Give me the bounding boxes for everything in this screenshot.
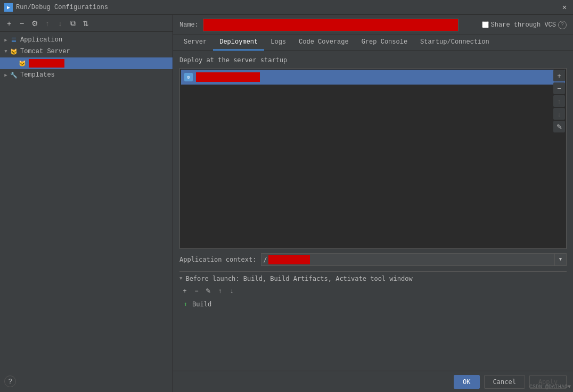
deploy-remove-button[interactable]: −	[553, 82, 565, 94]
share-area: Share through VCS ?	[482, 21, 567, 29]
left-panel: + − ⚙ ↑ ↓ ⧉ ⇅ ▶ ☰ Application ▼ 🐱 Tomcat…	[0, 15, 173, 392]
app-context-dropdown[interactable]: ▼	[555, 253, 567, 266]
remove-config-button[interactable]: −	[16, 18, 28, 29]
tomcat-server-icon: 🐱	[10, 47, 18, 56]
name-input[interactable]	[203, 19, 459, 31]
share-help-icon[interactable]: ?	[558, 21, 567, 29]
up-config-button: ↑	[42, 18, 53, 29]
context-slash: /	[264, 256, 267, 263]
window-icon: ▶	[4, 3, 13, 12]
deploy-up-button: ↑	[553, 95, 565, 107]
tree-item-templates[interactable]: ▶ 🔧 Templates	[0, 69, 173, 81]
cancel-button[interactable]: Cancel	[484, 375, 525, 389]
tree-label-tomcat-server: Tomcat Server	[20, 48, 70, 55]
deploy-list: ⚙ + − ↑ ↓ ✎	[179, 68, 567, 249]
share-checkbox[interactable]	[482, 21, 489, 28]
deploy-at-startup-label: Deploy at the server startup	[179, 56, 567, 64]
tomcat-item-icon: 🐱	[18, 59, 27, 68]
app-context-label: Application context:	[179, 256, 257, 263]
deploy-item-icon: ⚙	[184, 73, 193, 81]
copy-config-button[interactable]: ⧉	[67, 18, 79, 29]
deployment-content: Deploy at the server startup ⚙ + − ↑ ↓ ✎	[173, 51, 573, 371]
tree-item-application[interactable]: ▶ ☰ Application	[0, 34, 173, 46]
build-label: Build	[192, 301, 211, 308]
left-toolbar: + − ⚙ ↑ ↓ ⧉ ⇅	[0, 15, 173, 32]
add-config-button[interactable]: +	[3, 18, 15, 29]
tree-label-selected	[29, 59, 64, 68]
bl-add-button[interactable]: +	[179, 286, 190, 296]
right-panel: Name: Share through VCS ? Server Deploym…	[173, 15, 573, 392]
deploy-down-button: ↓	[553, 108, 565, 120]
app-context-row: Application context: / ▼	[179, 249, 567, 269]
before-launch-title: Before launch: Build, Build Artifacts, A…	[185, 275, 412, 282]
watermark: CSDN @DAIHAO▼	[529, 384, 571, 390]
tree-label-application: Application	[20, 36, 62, 44]
templates-icon: 🔧	[10, 71, 18, 79]
title-bar: ▶ Run/Debug Configurations ✕	[0, 0, 573, 15]
share-label: Share through VCS	[491, 21, 556, 29]
tree-label-templates: Templates	[20, 71, 55, 79]
tab-logs[interactable]: Logs	[264, 35, 292, 51]
bl-down-button[interactable]: ↓	[226, 286, 237, 296]
tree-arrow-templates: ▶	[2, 72, 10, 78]
close-button[interactable]: ✕	[560, 3, 569, 12]
deploy-add-button[interactable]: +	[553, 70, 565, 81]
deploy-item-rest	[263, 70, 562, 85]
before-launch-toolbar: + − ✎ ↑ ↓	[179, 286, 567, 296]
deploy-item-name	[196, 72, 260, 82]
application-icon: ☰	[10, 36, 18, 44]
bl-remove-button[interactable]: −	[191, 286, 202, 296]
window-title: Run/Debug Configurations	[16, 4, 560, 11]
tab-code-coverage[interactable]: Code Coverage	[292, 35, 355, 51]
gear-config-button[interactable]: ⚙	[29, 18, 40, 29]
main-layout: + − ⚙ ↑ ↓ ⧉ ⇅ ▶ ☰ Application ▼ 🐱 Tomcat…	[0, 15, 573, 392]
app-context-display[interactable]: /	[261, 253, 555, 266]
help-button[interactable]: ?	[4, 376, 16, 387]
bl-up-button[interactable]: ↑	[215, 286, 225, 296]
tree-arrow-tomcat: ▼	[2, 49, 10, 54]
app-context-input-wrap: / ▼	[261, 253, 567, 266]
bottom-bar: OK Cancel Apply	[173, 371, 573, 392]
config-tree: ▶ ☰ Application ▼ 🐱 Tomcat Server 🐱 ▶ 🔧	[0, 32, 173, 371]
before-launch-section: ▼ Before launch: Build, Build Artifacts,…	[179, 271, 567, 310]
sort-config-button[interactable]: ⇅	[80, 18, 92, 29]
tab-grep-console[interactable]: Grep Console	[355, 35, 414, 51]
deploy-edit-button[interactable]: ✎	[553, 121, 565, 132]
before-launch-header[interactable]: ▼ Before launch: Build, Build Artifacts,…	[179, 275, 567, 282]
deploy-item[interactable]: ⚙	[181, 70, 565, 85]
bl-edit-button[interactable]: ✎	[203, 286, 214, 296]
tab-server[interactable]: Server	[177, 35, 213, 51]
context-value	[268, 255, 310, 264]
tab-deployment[interactable]: Deployment	[213, 35, 264, 51]
tabs-bar: Server Deployment Logs Code Coverage Gre…	[173, 35, 573, 51]
tab-startup-connection[interactable]: Startup/Connection	[414, 35, 496, 51]
tree-item-tomcat-server[interactable]: ▼ 🐱 Tomcat Server	[0, 46, 173, 57]
build-item: ⬆ Build	[179, 298, 567, 310]
tree-item-tomcat-selected[interactable]: 🐱	[0, 57, 173, 69]
name-row: Name: Share through VCS ?	[173, 15, 573, 35]
build-icon: ⬆	[182, 301, 189, 308]
name-label: Name:	[179, 21, 199, 29]
down-config-button: ↓	[54, 18, 66, 29]
tree-arrow-application: ▶	[2, 37, 10, 43]
list-side-buttons: + − ↑ ↓ ✎	[552, 69, 566, 134]
ok-button[interactable]: OK	[454, 375, 479, 389]
before-launch-arrow: ▼	[179, 276, 182, 281]
